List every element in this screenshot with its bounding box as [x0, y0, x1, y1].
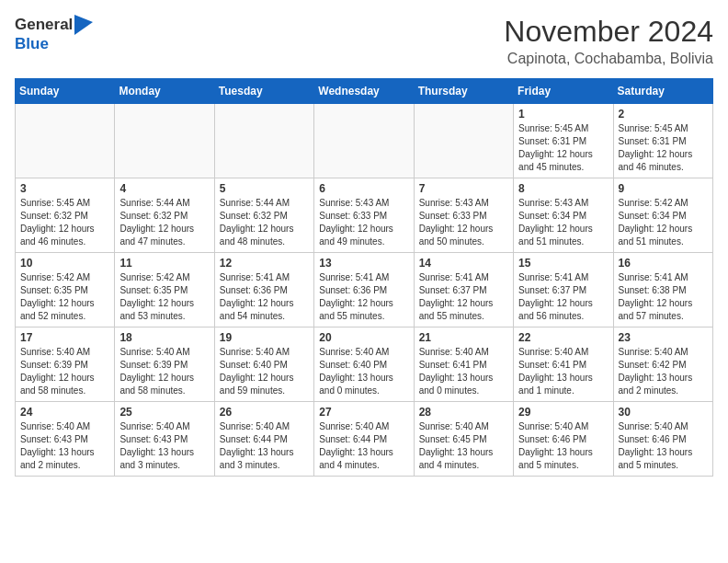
location: Capinota, Cochabamba, Bolivia	[504, 51, 713, 67]
day-info: Sunrise: 5:40 AM Sunset: 6:44 PM Dayligh…	[220, 420, 309, 472]
calendar-cell	[115, 104, 214, 178]
calendar-cell: 29Sunrise: 5:40 AM Sunset: 6:46 PM Dayli…	[514, 402, 613, 477]
calendar-cell: 17Sunrise: 5:40 AM Sunset: 6:39 PM Dayli…	[16, 327, 115, 402]
calendar-cell: 28Sunrise: 5:40 AM Sunset: 6:45 PM Dayli…	[414, 402, 513, 477]
page-header: General Blue November 2024 Capinota, Coc…	[15, 15, 713, 67]
calendar-cell: 27Sunrise: 5:40 AM Sunset: 6:44 PM Dayli…	[314, 402, 414, 477]
calendar-cell: 25Sunrise: 5:40 AM Sunset: 6:43 PM Dayli…	[115, 402, 214, 477]
calendar-cell: 13Sunrise: 5:41 AM Sunset: 6:36 PM Dayli…	[314, 253, 414, 327]
svg-marker-0	[74, 15, 93, 35]
calendar-cell	[414, 104, 513, 178]
calendar-cell: 14Sunrise: 5:41 AM Sunset: 6:37 PM Dayli…	[414, 253, 513, 327]
day-number: 8	[518, 182, 608, 195]
day-number: 18	[119, 331, 209, 344]
day-info: Sunrise: 5:45 AM Sunset: 6:31 PM Dayligh…	[518, 122, 608, 174]
weekday-header-row: SundayMondayTuesdayWednesdayThursdayFrid…	[16, 79, 713, 104]
day-info: Sunrise: 5:40 AM Sunset: 6:42 PM Dayligh…	[619, 346, 708, 397]
day-number: 1	[518, 108, 608, 121]
day-info: Sunrise: 5:41 AM Sunset: 6:38 PM Dayligh…	[619, 271, 708, 323]
calendar-cell: 2Sunrise: 5:45 AM Sunset: 6:31 PM Daylig…	[613, 104, 712, 178]
calendar-cell	[214, 104, 313, 178]
day-info: Sunrise: 5:40 AM Sunset: 6:45 PM Dayligh…	[419, 420, 508, 472]
day-info: Sunrise: 5:42 AM Sunset: 6:34 PM Dayligh…	[619, 197, 708, 248]
day-info: Sunrise: 5:40 AM Sunset: 6:43 PM Dayligh…	[20, 420, 109, 472]
day-info: Sunrise: 5:40 AM Sunset: 6:46 PM Dayligh…	[518, 420, 608, 472]
week-row-4: 24Sunrise: 5:40 AM Sunset: 6:43 PM Dayli…	[16, 402, 713, 477]
day-info: Sunrise: 5:40 AM Sunset: 6:39 PM Dayligh…	[119, 346, 209, 397]
day-number: 12	[220, 257, 309, 270]
day-info: Sunrise: 5:41 AM Sunset: 6:37 PM Dayligh…	[419, 271, 508, 323]
day-number: 16	[619, 257, 708, 270]
calendar-cell: 10Sunrise: 5:42 AM Sunset: 6:35 PM Dayli…	[16, 253, 115, 327]
logo-blue: Blue	[15, 35, 49, 52]
calendar-cell: 22Sunrise: 5:40 AM Sunset: 6:41 PM Dayli…	[514, 327, 613, 402]
day-info: Sunrise: 5:42 AM Sunset: 6:35 PM Dayligh…	[20, 271, 109, 323]
day-info: Sunrise: 5:45 AM Sunset: 6:32 PM Dayligh…	[20, 197, 109, 248]
week-row-3: 17Sunrise: 5:40 AM Sunset: 6:39 PM Dayli…	[16, 327, 713, 402]
weekday-sunday: Sunday	[16, 79, 115, 104]
day-number: 22	[518, 331, 608, 344]
calendar-cell: 16Sunrise: 5:41 AM Sunset: 6:38 PM Dayli…	[613, 253, 712, 327]
day-number: 17	[20, 331, 109, 344]
day-info: Sunrise: 5:41 AM Sunset: 6:36 PM Dayligh…	[220, 271, 309, 323]
day-info: Sunrise: 5:44 AM Sunset: 6:32 PM Dayligh…	[119, 197, 209, 248]
day-number: 26	[220, 406, 309, 419]
day-info: Sunrise: 5:40 AM Sunset: 6:41 PM Dayligh…	[518, 346, 608, 397]
calendar-cell: 19Sunrise: 5:40 AM Sunset: 6:40 PM Dayli…	[214, 327, 313, 402]
calendar-cell: 24Sunrise: 5:40 AM Sunset: 6:43 PM Dayli…	[16, 402, 115, 477]
calendar-cell: 6Sunrise: 5:43 AM Sunset: 6:33 PM Daylig…	[314, 178, 414, 253]
day-info: Sunrise: 5:40 AM Sunset: 6:41 PM Dayligh…	[419, 346, 508, 397]
day-number: 29	[518, 406, 608, 419]
day-number: 25	[119, 406, 209, 419]
logo-general: General	[15, 16, 73, 34]
day-number: 24	[20, 406, 109, 419]
day-number: 27	[319, 406, 408, 419]
calendar-cell: 1Sunrise: 5:45 AM Sunset: 6:31 PM Daylig…	[514, 104, 613, 178]
day-number: 3	[20, 182, 109, 195]
day-info: Sunrise: 5:40 AM Sunset: 6:44 PM Dayligh…	[319, 420, 408, 472]
calendar-cell: 7Sunrise: 5:43 AM Sunset: 6:33 PM Daylig…	[414, 178, 513, 253]
calendar-cell: 9Sunrise: 5:42 AM Sunset: 6:34 PM Daylig…	[613, 178, 712, 253]
day-info: Sunrise: 5:41 AM Sunset: 6:37 PM Dayligh…	[518, 271, 608, 323]
weekday-monday: Monday	[115, 79, 214, 104]
calendar-table: SundayMondayTuesdayWednesdayThursdayFrid…	[15, 78, 713, 477]
day-info: Sunrise: 5:40 AM Sunset: 6:39 PM Dayligh…	[20, 346, 109, 397]
day-number: 7	[419, 182, 508, 195]
day-info: Sunrise: 5:42 AM Sunset: 6:35 PM Dayligh…	[119, 271, 209, 323]
day-number: 23	[619, 331, 708, 344]
day-number: 28	[419, 406, 508, 419]
day-number: 14	[419, 257, 508, 270]
logo: General Blue	[15, 15, 93, 53]
day-number: 4	[119, 182, 209, 195]
day-info: Sunrise: 5:41 AM Sunset: 6:36 PM Dayligh…	[319, 271, 408, 323]
calendar-cell: 12Sunrise: 5:41 AM Sunset: 6:36 PM Dayli…	[214, 253, 313, 327]
calendar-cell: 23Sunrise: 5:40 AM Sunset: 6:42 PM Dayli…	[613, 327, 712, 402]
weekday-tuesday: Tuesday	[214, 79, 313, 104]
calendar-cell: 15Sunrise: 5:41 AM Sunset: 6:37 PM Dayli…	[514, 253, 613, 327]
calendar-cell: 21Sunrise: 5:40 AM Sunset: 6:41 PM Dayli…	[414, 327, 513, 402]
day-number: 19	[220, 331, 309, 344]
day-info: Sunrise: 5:43 AM Sunset: 6:34 PM Dayligh…	[518, 197, 608, 248]
calendar-cell: 18Sunrise: 5:40 AM Sunset: 6:39 PM Dayli…	[115, 327, 214, 402]
title-block: November 2024 Capinota, Cochabamba, Boli…	[504, 15, 713, 67]
week-row-0: 1Sunrise: 5:45 AM Sunset: 6:31 PM Daylig…	[16, 104, 713, 178]
calendar-cell	[16, 104, 115, 178]
day-number: 30	[619, 406, 708, 419]
day-info: Sunrise: 5:43 AM Sunset: 6:33 PM Dayligh…	[319, 197, 408, 248]
weekday-saturday: Saturday	[613, 79, 712, 104]
day-number: 13	[319, 257, 408, 270]
day-number: 20	[319, 331, 408, 344]
day-number: 5	[220, 182, 309, 195]
calendar-cell: 11Sunrise: 5:42 AM Sunset: 6:35 PM Dayli…	[115, 253, 214, 327]
weekday-wednesday: Wednesday	[314, 79, 414, 104]
calendar-cell: 4Sunrise: 5:44 AM Sunset: 6:32 PM Daylig…	[115, 178, 214, 253]
day-info: Sunrise: 5:43 AM Sunset: 6:33 PM Dayligh…	[419, 197, 508, 248]
calendar-cell: 26Sunrise: 5:40 AM Sunset: 6:44 PM Dayli…	[214, 402, 313, 477]
day-number: 10	[20, 257, 109, 270]
calendar-cell: 8Sunrise: 5:43 AM Sunset: 6:34 PM Daylig…	[514, 178, 613, 253]
month-title: November 2024	[504, 15, 713, 49]
day-info: Sunrise: 5:40 AM Sunset: 6:43 PM Dayligh…	[119, 420, 209, 472]
weekday-thursday: Thursday	[414, 79, 513, 104]
day-number: 15	[518, 257, 608, 270]
day-number: 2	[619, 108, 708, 121]
